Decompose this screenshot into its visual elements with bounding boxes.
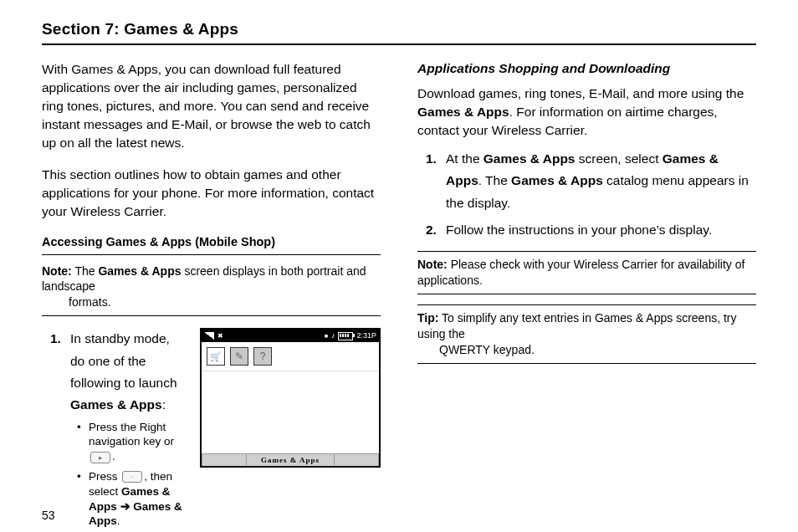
steps-list-right: 1. At the Games & Apps screen, select Ga…	[426, 148, 756, 241]
rp-a: Download games, ring tones, E-Mail, and …	[417, 86, 744, 100]
title-rule	[42, 43, 756, 45]
phone-screenshot: ✖ ■ ♪ 2:31P	[200, 328, 381, 468]
r-step-1: 1. At the Games & Apps screen, select Ga…	[426, 148, 756, 214]
phone-icon-row: 🛒 ✎ ?	[202, 342, 379, 371]
phone-footer: Games & Apps	[202, 453, 379, 466]
bullet2-e: .	[117, 514, 120, 527]
question-icon: ?	[253, 347, 272, 366]
step1-text-a: In standby mode, do one of the following…	[70, 331, 177, 390]
r-note: Note: Please check with your Wireless Ca…	[417, 255, 756, 290]
r-tip-rule-bottom	[417, 363, 756, 364]
two-column-layout: With Games & Apps, you can download full…	[42, 60, 756, 532]
r-step-2: 2. Follow the instructions in your phone…	[426, 219, 756, 241]
bullet-1: • Press the Right navigation key or .	[77, 420, 185, 464]
r-note-rule-top	[417, 251, 756, 252]
bullet-2: • Press , then select Games & Apps ➔ Gam…	[77, 469, 185, 529]
status-x-icon: ✖	[217, 330, 223, 342]
subheading-accessing: Accessing Games & Apps (Mobile Shop)	[42, 234, 381, 251]
note-label: Note:	[42, 264, 72, 278]
menu-key-icon	[122, 471, 142, 483]
r-tip-a: To simplify any text entries in Games & …	[417, 311, 737, 340]
r-step-2-body: Follow the instructions in your phone’s …	[446, 219, 756, 241]
cart-icon: 🛒	[207, 347, 225, 366]
bullet1-b: .	[112, 450, 115, 463]
battery-icon	[338, 332, 353, 340]
r-step-num-2: 2.	[426, 219, 446, 241]
r-tip: Tip: To simplify any text entries in Gam…	[417, 309, 756, 360]
note-formats: Note: The Games & Apps screen displays i…	[42, 262, 381, 313]
section-title: Section 7: Games & Apps	[42, 20, 756, 38]
subheading-rule	[42, 254, 381, 255]
r-note-text: Please check with your Wireless Carrier …	[417, 258, 744, 287]
rp-b: Games & Apps	[417, 105, 509, 119]
step1-strong: Games & Apps	[70, 397, 162, 412]
note-text: The Games & Apps screen displays in both…	[42, 264, 381, 311]
intro-paragraph-2: This section outlines how to obtain game…	[42, 166, 381, 221]
left-column: With Games & Apps, you can download full…	[42, 60, 381, 532]
steps-list-left: 1. In standby mode, do one of the follow…	[50, 328, 381, 532]
step-1: 1. In standby mode, do one of the follow…	[50, 328, 381, 532]
right-p1: Download games, ring tones, E-Mail, and …	[417, 84, 756, 140]
r-note-label: Note:	[417, 258, 448, 271]
arrow-icon: ➔	[120, 500, 130, 513]
status-time: 2:31P	[356, 330, 376, 342]
right-column: Applications Shopping and Downloading Do…	[417, 60, 756, 532]
intro-paragraph-1: With Games & Apps, you can download full…	[42, 60, 381, 152]
status-rect-icon: ■	[325, 331, 328, 341]
r-note-rule-bottom	[417, 294, 756, 294]
phone-status-bar: ✖ ■ ♪ 2:31P	[202, 330, 379, 342]
phone-footer-label: Games & Apps	[247, 454, 334, 466]
bullet2-a: Press	[89, 470, 120, 483]
r-step-num-1: 1.	[426, 148, 446, 214]
signal-icon	[204, 332, 214, 340]
status-music-icon: ♪	[331, 330, 335, 342]
pencil-icon: ✎	[230, 347, 248, 366]
r-tip-label: Tip:	[417, 311, 438, 325]
step1-bullets: • Press the Right navigation key or . •	[77, 420, 185, 529]
right-nav-key-icon	[90, 452, 110, 463]
step-1-body: In standby mode, do one of the following…	[70, 328, 381, 532]
r-step-1-body: At the Games & Apps screen, select Games…	[446, 148, 756, 214]
phone-body	[202, 371, 379, 453]
page-number: 53	[42, 509, 55, 522]
note-rule-bottom	[42, 315, 381, 316]
bullet1-a: Press the Right navigation key or	[89, 421, 174, 448]
subheading-applications: Applications Shopping and Downloading	[417, 60, 756, 78]
step1-text-c: :	[162, 397, 166, 412]
r-tip-b: QWERTY keypad.	[439, 342, 756, 358]
manual-page: Section 7: Games & Apps With Games & App…	[0, 0, 798, 532]
r-tip-rule-top	[417, 304, 756, 305]
step-number-1: 1.	[50, 328, 70, 532]
